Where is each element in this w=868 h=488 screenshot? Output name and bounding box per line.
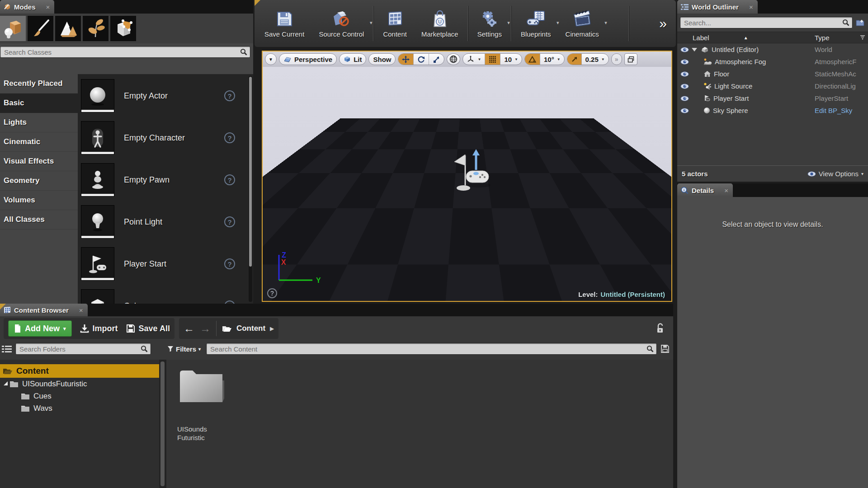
- list-item-point-light[interactable]: Point Light ?: [81, 205, 253, 239]
- mode-paint-button[interactable]: [28, 16, 53, 41]
- outliner-row-player-start[interactable]: Player Start PlayerStart: [677, 92, 868, 104]
- pane-splitter[interactable]: [159, 360, 166, 488]
- show-button[interactable]: Show: [368, 53, 396, 65]
- lit-button[interactable]: Lit: [339, 53, 366, 65]
- category-all-classes[interactable]: All Classes: [0, 210, 78, 230]
- help-circle-icon[interactable]: ?: [224, 258, 235, 269]
- help-circle-icon[interactable]: ?: [224, 300, 235, 304]
- grid-snap-toggle-button[interactable]: [485, 54, 500, 65]
- player-start-actor[interactable]: [453, 146, 493, 199]
- column-header-type[interactable]: Type: [815, 34, 868, 42]
- list-item-empty-character[interactable]: Empty Character ?: [81, 121, 253, 155]
- list-item-empty-pawn[interactable]: Empty Pawn ?: [81, 163, 253, 197]
- outliner-row-untitled[interactable]: Untitled (Editor) World: [677, 43, 868, 56]
- outliner-row-sky-sphere[interactable]: Sky Sphere Edit BP_Sky: [677, 104, 868, 117]
- level-viewport[interactable]: ▼ Perspective Lit Show: [262, 51, 672, 302]
- lock-icon[interactable]: [656, 323, 664, 334]
- save-all-button[interactable]: Save All: [126, 324, 170, 333]
- import-button[interactable]: Import: [80, 324, 118, 333]
- visibility-eye-icon[interactable]: [677, 108, 692, 113]
- perspective-button[interactable]: Perspective: [279, 53, 337, 65]
- tab-modes[interactable]: Modes ×: [0, 0, 54, 14]
- mode-geometry-button[interactable]: [110, 16, 136, 41]
- mode-foliage-button[interactable]: [83, 16, 108, 41]
- marketplace-button[interactable]: U Marketplace: [414, 3, 466, 44]
- viewport-help-icon[interactable]: ?: [267, 288, 277, 298]
- tab-content-browser[interactable]: Content Browser ×: [0, 304, 88, 316]
- expander-arrow-icon[interactable]: [692, 48, 697, 52]
- blueprints-button[interactable]: Blueprints ▾: [514, 3, 558, 44]
- chevron-down-icon[interactable]: ▾: [507, 20, 510, 26]
- category-basic[interactable]: Basic: [0, 94, 78, 113]
- view-options-button[interactable]: View Options ▾: [807, 170, 863, 178]
- list-item-cube[interactable]: Cube ?: [81, 289, 253, 304]
- scale-tool-button[interactable]: [429, 54, 444, 65]
- visibility-eye-icon[interactable]: [677, 96, 692, 101]
- forward-arrow-button[interactable]: →: [200, 322, 211, 335]
- new-folder-icon[interactable]: [855, 19, 865, 27]
- mode-landscape-button[interactable]: [55, 16, 81, 41]
- expanded-arrow-icon[interactable]: [4, 381, 8, 385]
- help-circle-icon[interactable]: ?: [224, 216, 235, 227]
- actor-type-link[interactable]: Edit BP_Sky: [815, 107, 868, 114]
- tree-item-content[interactable]: Content: [0, 364, 159, 378]
- move-tool-button[interactable]: [398, 54, 414, 65]
- asset-folder-uisoundsfuturistic[interactable]: UISounds Futuristic: [177, 367, 231, 442]
- source-control-button[interactable]: Source Control ▾: [311, 3, 371, 44]
- sources-panel-toggle-icon[interactable]: [2, 345, 12, 353]
- modes-tab-close-icon[interactable]: ×: [46, 3, 50, 11]
- tree-item-wavs[interactable]: Wavs: [0, 402, 159, 414]
- add-new-button[interactable]: Add New ▾: [8, 320, 72, 337]
- rotation-snap-value-button[interactable]: 10° ▼: [540, 54, 564, 65]
- type-filter-icon[interactable]: [860, 35, 865, 40]
- save-search-icon[interactable]: [660, 344, 670, 353]
- chevron-down-icon[interactable]: ▾: [370, 20, 373, 26]
- category-recently-placed[interactable]: Recently Placed: [0, 74, 78, 94]
- outliner-row-light-source[interactable]: Light Source DirectionalLig: [677, 80, 868, 92]
- mode-place-button[interactable]: [0, 16, 26, 41]
- tree-item-cues[interactable]: Cues: [0, 390, 159, 402]
- category-visual-effects[interactable]: Visual Effects: [0, 152, 78, 171]
- tree-item-uisoundsfuturistic[interactable]: UISoundsFuturistic: [0, 378, 159, 390]
- outliner-row-atmospheric-fog[interactable]: Atmospheric Fog AtmosphericF: [677, 56, 868, 68]
- asset-grid[interactable]: UISounds Futuristic: [166, 360, 673, 488]
- items-scrollbar[interactable]: [249, 76, 252, 302]
- visibility-eye-icon[interactable]: [677, 59, 692, 65]
- help-circle-icon[interactable]: ?: [224, 132, 235, 143]
- content-browser-tab-close-icon[interactable]: ×: [79, 306, 83, 314]
- outliner-tab-close-icon[interactable]: ×: [749, 3, 753, 11]
- chevron-down-icon[interactable]: ▾: [604, 20, 607, 26]
- visibility-eye-icon[interactable]: [677, 47, 692, 52]
- edit-blueprint-link[interactable]: Edit BP_Sky: [815, 107, 852, 114]
- outliner-row-floor[interactable]: Floor StaticMeshAc: [677, 68, 868, 80]
- rotation-snap-toggle-button[interactable]: [525, 54, 540, 65]
- breadcrumb-arrow-icon[interactable]: ▶: [270, 326, 274, 332]
- category-geometry[interactable]: Geometry: [0, 171, 78, 191]
- help-circle-icon[interactable]: ?: [224, 174, 235, 185]
- cinematics-button[interactable]: Cinematics ▾: [558, 3, 606, 44]
- grid-snap-value-button[interactable]: 10 ▼: [500, 54, 522, 65]
- category-volumes[interactable]: Volumes: [0, 191, 78, 210]
- toolbar-overflow-chevron[interactable]: »: [653, 16, 673, 31]
- filters-button[interactable]: Filters ▾: [165, 345, 203, 353]
- visibility-eye-icon[interactable]: [677, 71, 692, 77]
- surface-snap-button[interactable]: ▼: [463, 54, 485, 65]
- list-item-empty-actor[interactable]: Empty Actor ?: [81, 79, 253, 113]
- breadcrumb-root[interactable]: Content: [236, 324, 265, 333]
- tab-world-outliner[interactable]: World Outliner ×: [677, 0, 758, 14]
- content-button[interactable]: Content: [376, 3, 414, 44]
- category-cinematic[interactable]: Cinematic: [0, 132, 78, 152]
- maximize-viewport-button[interactable]: [624, 53, 637, 65]
- column-header-label[interactable]: Label ▲: [677, 34, 815, 42]
- viewport-scene[interactable]: Z X Y ? Level:Untitled (Persistent): [263, 67, 671, 301]
- save-current-button[interactable]: Save Current: [257, 3, 311, 44]
- visibility-eye-icon[interactable]: [677, 84, 692, 89]
- settings-button[interactable]: Settings ▾: [470, 3, 509, 44]
- tab-details[interactable]: i Details ×: [677, 183, 733, 197]
- outliner-search-input[interactable]: [680, 19, 852, 27]
- scale-snap-toggle-button[interactable]: [567, 54, 582, 65]
- rotate-tool-button[interactable]: [414, 54, 429, 65]
- details-tab-close-icon[interactable]: ×: [724, 187, 728, 194]
- world-local-toggle-button[interactable]: [447, 53, 460, 65]
- list-item-player-start[interactable]: Player Start ?: [81, 247, 253, 281]
